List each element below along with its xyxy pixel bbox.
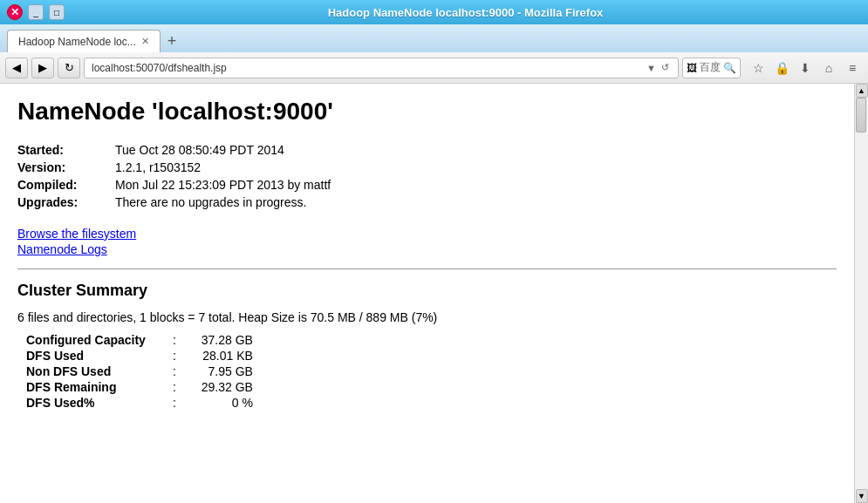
search-engine-label: 百度	[700, 60, 721, 75]
section-divider	[17, 268, 837, 269]
capacity-colon: :	[173, 333, 176, 347]
capacity-table: Configured Capacity:37.28 GBDFS Used:28.…	[26, 333, 837, 410]
version-label: Version:	[17, 160, 105, 174]
forward-button[interactable]: ▶	[31, 58, 54, 78]
bookmark-star-button[interactable]: ☆	[748, 58, 769, 78]
info-row-started: Started: Tue Oct 28 08:50:49 PDT 2014	[17, 143, 837, 157]
capacity-colon: :	[173, 349, 176, 363]
capacity-label: Non DFS Used	[26, 364, 166, 378]
reload-button[interactable]: ↻	[58, 58, 80, 78]
info-table: Started: Tue Oct 28 08:50:49 PDT 2014 Ve…	[17, 143, 837, 209]
close-icon: ✕	[10, 6, 19, 18]
upgrades-value: There are no upgrades in progress.	[115, 195, 306, 209]
tab-bar: Hadoop NameNode loc... ✕ +	[0, 24, 868, 52]
capacity-value: 37.28 GB	[183, 333, 253, 347]
capacity-value: 0 %	[183, 396, 253, 410]
close-button[interactable]: ✕	[7, 4, 23, 20]
browser-content: NameNode 'localhost:9000' Started: Tue O…	[0, 84, 868, 503]
nav-bar: ◀ ▶ ↻ localhost:50070/dfshealth.jsp ▼ ↺ …	[0, 52, 868, 84]
started-label: Started:	[17, 143, 105, 157]
capacity-row: DFS Remaining:29.32 GB	[26, 380, 837, 394]
search-engine-icon: 🖼	[687, 62, 697, 74]
download-button[interactable]: ⬇	[795, 58, 816, 78]
window-title: Hadoop NameNode localhost:9000 - Mozilla…	[70, 6, 861, 19]
new-tab-button[interactable]: +	[162, 30, 182, 52]
capacity-label: DFS Used%	[26, 396, 166, 410]
tab-close-button[interactable]: ✕	[141, 36, 149, 47]
home-button[interactable]: ⌂	[818, 58, 839, 78]
browse-filesystem-link[interactable]: Browse the filesystem	[17, 227, 837, 241]
capacity-row: Configured Capacity:37.28 GB	[26, 333, 837, 347]
version-value: 1.2.1, r1503152	[115, 160, 201, 174]
capacity-colon: :	[173, 380, 176, 394]
address-refresh[interactable]: ↺	[660, 62, 671, 73]
address-dropdown[interactable]: ▼	[645, 62, 658, 73]
capacity-row: DFS Used%:0 %	[26, 396, 837, 410]
capacity-row: Non DFS Used:7.95 GB	[26, 364, 837, 378]
upgrades-label: Upgrades:	[17, 195, 105, 209]
minimize-button[interactable]: _	[28, 4, 44, 20]
maximize-button[interactable]: □	[49, 4, 65, 20]
cluster-summary-title: Cluster Summary	[17, 282, 837, 300]
info-row-upgrades: Upgrades: There are no upgrades in progr…	[17, 195, 837, 209]
capacity-label: Configured Capacity	[26, 333, 166, 347]
info-row-compiled: Compiled: Mon Jul 22 15:23:09 PDT 2013 b…	[17, 178, 837, 192]
tab-label: Hadoop NameNode loc...	[18, 36, 136, 48]
scrollbar-up-button[interactable]: ▲	[856, 84, 868, 98]
capacity-label: DFS Used	[26, 349, 166, 363]
lock-button[interactable]: 🔒	[771, 58, 792, 78]
forward-icon: ▶	[38, 61, 47, 74]
back-icon: ◀	[12, 61, 21, 74]
capacity-colon: :	[173, 396, 176, 410]
back-button[interactable]: ◀	[5, 58, 28, 78]
address-controls: ▼ ↺	[645, 62, 671, 73]
title-bar: ✕ _ □ Hadoop NameNode localhost:9000 - M…	[0, 0, 868, 24]
active-tab[interactable]: Hadoop NameNode loc... ✕	[7, 30, 161, 52]
namenode-logs-link[interactable]: Namenode Logs	[17, 242, 837, 256]
compiled-value: Mon Jul 22 15:23:09 PDT 2013 by mattf	[115, 178, 331, 192]
scrollbar-thumb[interactable]	[856, 98, 866, 133]
nav-icons: ☆ 🔒 ⬇ ⌂ ≡	[748, 58, 863, 78]
capacity-value: 7.95 GB	[183, 364, 253, 378]
maximize-icon: □	[54, 8, 59, 17]
capacity-value: 29.32 GB	[183, 380, 253, 394]
page-title: NameNode 'localhost:9000'	[17, 98, 837, 126]
capacity-value: 28.01 KB	[183, 349, 253, 363]
capacity-row: DFS Used:28.01 KB	[26, 349, 837, 363]
summary-text: 6 files and directories, 1 blocks = 7 to…	[17, 310, 837, 324]
minimize-icon: _	[33, 8, 38, 17]
search-bar[interactable]: 🖼 百度 🔍	[682, 58, 741, 78]
scrollbar[interactable]: ▲ ▼	[854, 84, 868, 503]
capacity-label: DFS Remaining	[26, 380, 166, 394]
info-row-version: Version: 1.2.1, r1503152	[17, 160, 837, 174]
page-content: NameNode 'localhost:9000' Started: Tue O…	[0, 84, 854, 503]
search-icon[interactable]: 🔍	[723, 62, 736, 74]
scrollbar-down-button[interactable]: ▼	[856, 489, 868, 503]
address-bar[interactable]: localhost:50070/dfshealth.jsp ▼ ↺	[84, 58, 679, 78]
links-section: Browse the filesystem Namenode Logs	[17, 227, 837, 256]
compiled-label: Compiled:	[17, 178, 105, 192]
started-value: Tue Oct 28 08:50:49 PDT 2014	[115, 143, 284, 157]
menu-button[interactable]: ≡	[842, 58, 863, 78]
address-text: localhost:50070/dfshealth.jsp	[92, 62, 227, 74]
capacity-colon: :	[173, 364, 176, 378]
reload-icon: ↻	[65, 61, 74, 74]
scrollbar-track[interactable]	[855, 98, 868, 489]
